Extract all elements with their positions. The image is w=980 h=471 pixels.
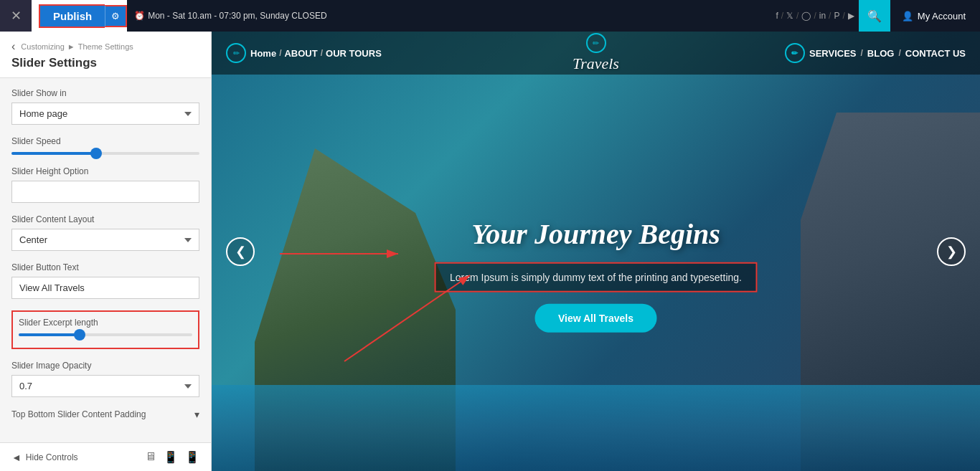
pencil-icon-right: ✏ — [791, 49, 798, 58]
slider-button-text-label: Slider Button Text — [11, 262, 199, 272]
search-icon: 🔍 — [867, 9, 882, 23]
slider-show-in-select[interactable]: Home page All pages — [11, 103, 199, 125]
breadcrumb-customizing: Customizing — [21, 42, 65, 51]
slider-content-layout-select[interactable]: Center Left Right — [11, 229, 199, 251]
slider-speed-track[interactable] — [11, 152, 199, 155]
breadcrumb-theme-settings: Theme Settings — [78, 42, 133, 51]
instagram-icon[interactable]: ◯ — [801, 11, 811, 21]
search-button[interactable]: 🔍 — [859, 0, 890, 32]
sidebar: ‹ Customizing ► Theme Settings Slider Se… — [0, 32, 212, 471]
nav-blog[interactable]: BLOG — [867, 48, 895, 59]
slider-button-text-group: Slider Button Text View All Travels — [11, 262, 199, 299]
preview-area: ✏ Home / ABOUT / OUR TOURS ✏ Travels ✏ — [212, 32, 980, 471]
pinterest-icon[interactable]: P — [834, 11, 839, 21]
slider-excerpt-length-fill — [19, 333, 80, 336]
sidebar-title: Slider Settings — [11, 56, 199, 70]
site-header: ⏰ Mon - Sat 10.am - 07:30 pm, Sunday CLO… — [127, 0, 980, 32]
sidebar-controls: Slider Show in Home page All pages Slide… — [0, 78, 211, 442]
device-icons: 🖥 📱 📱 — [145, 450, 199, 464]
back-icon: ‹ — [11, 40, 15, 53]
slider-speed-group: Slider Speed — [11, 136, 199, 155]
nav-home[interactable]: Home — [250, 48, 276, 59]
slider-speed-fill — [11, 152, 96, 155]
water — [212, 385, 980, 471]
mobile-icon[interactable]: 📱 — [185, 450, 199, 464]
account-label: My Account — [918, 11, 966, 22]
tablet-icon[interactable]: 📱 — [164, 450, 178, 464]
social-links: f / 𝕏 / ◯ / in / P / ▶ — [776, 11, 854, 21]
next-arrow-icon: ❯ — [946, 244, 957, 260]
nav-sep-1: / — [279, 48, 281, 58]
hide-controls-label: Hide Controls — [26, 452, 78, 462]
slider-speed-label: Slider Speed — [11, 136, 199, 146]
slider-excerpt-length-thumb[interactable] — [74, 329, 85, 341]
hero-title: Your Journey Begins — [434, 217, 758, 250]
hero-excerpt-box: Lorem Ipsum is simply dummy text of the … — [434, 262, 758, 292]
sidebar-header: ‹ Customizing ► Theme Settings Slider Se… — [0, 32, 211, 78]
hero-button[interactable]: View All Travels — [535, 303, 656, 332]
nav-sep-2: / — [321, 48, 323, 58]
nav-sep-4: / — [898, 48, 900, 58]
nav-right: ✏ SERVICES / BLOG / CONTACT US — [619, 43, 966, 63]
next-slide-button[interactable]: ❯ — [937, 237, 966, 266]
site-info: ⏰ Mon - Sat 10.am - 07:30 pm, Sunday CLO… — [134, 11, 771, 21]
close-button[interactable]: ✕ — [0, 0, 32, 32]
hide-controls-arrow: ◄ — [11, 452, 22, 463]
publish-button[interactable]: Publish — [39, 4, 105, 28]
breadcrumb: Customizing ► Theme Settings — [21, 42, 133, 51]
pencil-icon-center: ✏ — [593, 39, 599, 48]
slider-padding-label: Top Bottom Slider Content Padding — [11, 409, 146, 419]
slider-height-group: Slider Height Option — [11, 166, 199, 203]
slider-button-text-input[interactable]: View All Travels — [11, 277, 199, 299]
nav-services[interactable]: SERVICES — [809, 48, 857, 59]
nav-left: ✏ Home / ABOUT / OUR TOURS — [226, 43, 573, 63]
slider-show-in-group: Slider Show in Home page All pages — [11, 88, 199, 125]
user-icon: 👤 — [902, 11, 913, 22]
slider-height-input[interactable] — [11, 181, 199, 203]
slider-excerpt-length-track[interactable] — [19, 333, 192, 336]
sidebar-footer: ◄ Hide Controls 🖥 📱 📱 — [0, 442, 211, 471]
nav-bar: ✏ Home / ABOUT / OUR TOURS ✏ Travels ✏ — [212, 32, 980, 75]
slider-image-opacity-label: Slider Image Opacity — [11, 361, 199, 371]
prev-slide-button[interactable]: ❮ — [226, 237, 255, 266]
linkedin-icon[interactable]: in — [819, 11, 826, 21]
hours-text: Mon - Sat 10.am - 07:30 pm, Sunday CLOSE… — [148, 11, 326, 21]
slider-content-layout-label: Slider Content Layout — [11, 214, 199, 224]
fb-icon[interactable]: f — [776, 11, 778, 21]
slider-excerpt-length-group: Slider Excerpt length — [11, 310, 199, 349]
slider-show-in-label: Slider Show in — [11, 88, 199, 98]
nav-links: Home / ABOUT / OUR TOURS — [250, 48, 382, 59]
slider-image-opacity-select[interactable]: 0.7 0.10.20.3 0.40.50.6 0.80.91.0 — [11, 375, 199, 397]
twitter-icon[interactable]: 𝕏 — [786, 11, 793, 21]
desktop-icon[interactable]: 🖥 — [145, 450, 156, 464]
hero-content: Your Journey Begins Lorem Ipsum is simpl… — [434, 217, 758, 332]
slider-excerpt-length-label: Slider Excerpt length — [19, 318, 192, 328]
settings-button[interactable]: ⚙ — [105, 5, 127, 27]
youtube-icon[interactable]: ▶ — [848, 11, 854, 21]
nav-about[interactable]: ABOUT — [284, 48, 317, 59]
slider-height-label: Slider Height Option — [11, 166, 199, 176]
slider-content-layout-group: Slider Content Layout Center Left Right — [11, 214, 199, 251]
hide-controls-button[interactable]: ◄ Hide Controls — [11, 452, 78, 463]
nav-tours[interactable]: OUR TOURS — [326, 48, 382, 59]
prev-arrow-icon: ❮ — [235, 244, 246, 260]
slider-padding-collapse-icon: ▾ — [194, 409, 199, 420]
nav-edit-icon-1[interactable]: ✏ — [226, 43, 246, 63]
nav-sep-3: / — [861, 48, 863, 58]
nav-logo: Travels — [573, 54, 619, 73]
pencil-icon-1: ✏ — [233, 49, 240, 58]
hero-excerpt: Lorem Ipsum is simply dummy text of the … — [450, 271, 742, 282]
slider-speed-thumb[interactable] — [90, 148, 102, 159]
back-button[interactable]: ‹ — [11, 40, 21, 53]
account-area[interactable]: 👤 My Account — [895, 11, 973, 22]
close-icon: ✕ — [11, 8, 22, 24]
nav-edit-icon-right[interactable]: ✏ — [785, 43, 805, 63]
clock-icon: ⏰ — [134, 11, 145, 21]
slider-padding-group[interactable]: Top Bottom Slider Content Padding ▾ — [11, 409, 199, 420]
nav-contact[interactable]: CONTACT US — [905, 48, 966, 59]
nav-edit-icon-center[interactable]: ✏ — [586, 33, 606, 53]
nav-center: ✏ Travels — [573, 33, 619, 73]
publish-area: Publish ⚙ — [39, 0, 127, 32]
breadcrumb-sep: ► — [67, 42, 75, 51]
slider-image-opacity-group: Slider Image Opacity 0.7 0.10.20.3 0.40.… — [11, 361, 199, 397]
